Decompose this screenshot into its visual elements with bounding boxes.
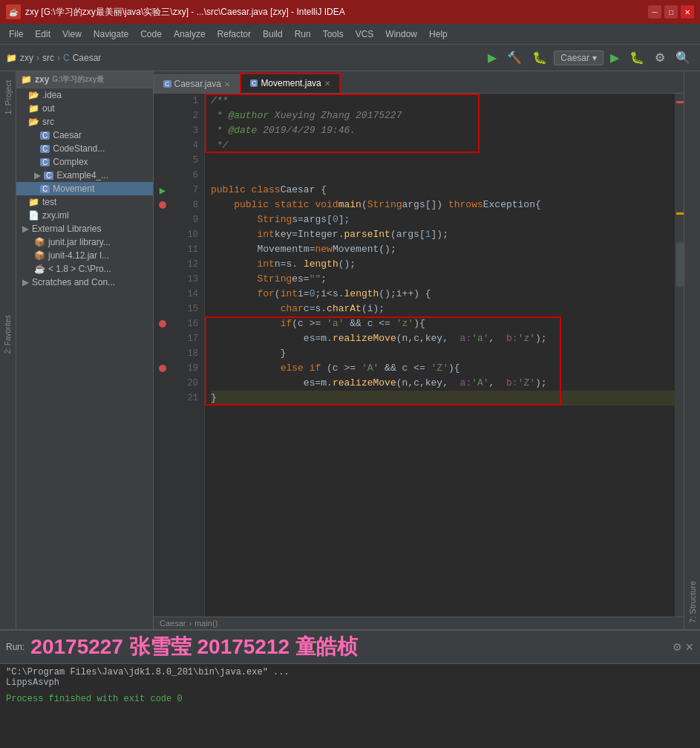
menu-refactor[interactable]: Refactor	[212, 26, 257, 42]
folder-icon-idea: 📂	[28, 90, 39, 100]
menu-navigate[interactable]: Navigate	[88, 26, 134, 42]
right-scrollbar[interactable]	[675, 94, 684, 617]
menu-view[interactable]: View	[56, 26, 88, 42]
folder-icon-out: 📁	[28, 103, 39, 114]
project-panel: 📁 zxy G:\学习的zxy最 📂 .idea 📁 out 📂 s	[16, 71, 154, 629]
gutter-area: ▶	[154, 94, 171, 617]
menu-window[interactable]: Window	[379, 26, 423, 42]
run-close-btn[interactable]: ✕	[685, 641, 694, 653]
tree-item-idea[interactable]: 📂 .idea	[16, 88, 153, 102]
debug-button[interactable]: 🐛	[529, 48, 551, 67]
run-config[interactable]: Caesar ▾	[554, 51, 603, 65]
breakpoint-19[interactable]	[154, 361, 171, 376]
dropdown-icon: ▾	[592, 53, 597, 63]
search-btn[interactable]: 🔍	[672, 48, 694, 67]
code-line-19: else if (c >= 'A' && c <= 'Z'){	[211, 361, 675, 376]
folder-icon: 📁	[6, 53, 17, 63]
run-content: "C:\Program Files\Java\jdk1.8.0_201\bin\…	[0, 664, 700, 748]
run-settings-btn[interactable]: ⚙	[673, 641, 682, 653]
class-icon-movement: C	[40, 185, 50, 193]
run-config-label: Caesar	[560, 53, 589, 63]
expand-icon-scratches: ▶	[22, 277, 29, 287]
run-status: Process finished with exit code 0	[6, 694, 694, 704]
jdk-icon: ☕	[34, 264, 45, 274]
maximize-button[interactable]: □	[664, 5, 678, 19]
code-editor[interactable]: ▶ 1	[154, 94, 684, 617]
debug-btn[interactable]: 🐛	[626, 48, 648, 67]
run-output: LippsAsvph	[6, 677, 694, 688]
run-btn[interactable]: ▶	[606, 48, 623, 67]
expand-icon-extlibs: ▶	[22, 224, 29, 234]
play-button[interactable]: ▶	[484, 48, 500, 67]
code-line-21: }	[211, 391, 675, 406]
code-line-10: int key=Integer.parseInt(args[1]);	[211, 227, 675, 242]
build-button[interactable]: 🔨	[503, 48, 526, 67]
class-icon-codestand: C	[40, 145, 50, 153]
tree-item-caesar[interactable]: C Caesar	[16, 129, 153, 142]
run-header: Run: 20175227 张雪莹 20175212 童皓桢 ⚙ ✕	[0, 631, 700, 664]
menu-analyze[interactable]: Analyze	[168, 26, 212, 42]
tree-label-jdk: < 1.8 > C:\Pro...	[48, 264, 111, 274]
tree-item-movement[interactable]: C Movement	[16, 182, 153, 195]
code-line-2: * @author Xueying Zhang 20175227	[211, 108, 675, 123]
run-cmd: "C:\Program Files\Java\jdk1.8.0_201\bin\…	[6, 667, 694, 677]
menu-run[interactable]: Run	[289, 26, 317, 42]
tree-item-example4[interactable]: ▶ C Example4_...	[16, 169, 153, 182]
tab-movement-icon: C	[250, 79, 258, 87]
menu-edit[interactable]: Edit	[29, 26, 56, 42]
tree-item-out[interactable]: 📁 out	[16, 102, 153, 115]
tree-item-src[interactable]: 📂 src	[16, 115, 153, 129]
tab-movement-close[interactable]: ✕	[324, 79, 330, 88]
run-panel: Run: 20175227 张雪莹 20175212 童皓桢 ⚙ ✕ "C:\P…	[0, 629, 700, 748]
favorites-vtab[interactable]: 2: Favorites	[2, 309, 13, 360]
favorites-panel: 2: Favorites	[0, 297, 16, 371]
run-gutter-7[interactable]: ▶	[154, 183, 171, 198]
tree-item-complex[interactable]: C Complex	[16, 155, 153, 169]
code-line-11: Movement m=new Movement();	[211, 242, 675, 257]
tree-label-extlibs: External Libraries	[32, 224, 101, 234]
tab-movement[interactable]: C Movement.java ✕	[240, 73, 341, 93]
menu-file[interactable]: File	[3, 26, 29, 42]
folder-icon-test: 📁	[28, 197, 39, 207]
folder-icon-src: 📂	[28, 117, 39, 127]
tree-item-test[interactable]: 📁 test	[16, 195, 153, 209]
app-icon: ☕	[6, 4, 21, 19]
tree-label-caesar: Caesar	[53, 130, 82, 140]
menubar: File Edit View Navigate Code Analyze Ref…	[0, 24, 700, 45]
main-layout: 📁 zxy › src › C Caesar ▶ 🔨 🐛 Caesar ▾ ▶ …	[0, 45, 700, 748]
tab-caesar-icon: C	[163, 80, 171, 88]
tab-caesar-close[interactable]: ✕	[224, 80, 230, 88]
project-vtab[interactable]: 1: Project	[2, 74, 14, 120]
tree-item-codestand[interactable]: C CodeStand...	[16, 142, 153, 155]
tree-item-extlibs[interactable]: ▶ External Libraries	[16, 222, 153, 235]
tree-label-scratches: Scratches and Con...	[32, 277, 115, 287]
tree-item-junit412[interactable]: 📦 junit-4.12.jar l...	[16, 249, 153, 262]
code-content[interactable]: /** * @author Xueying Zhang 20175227 * @…	[205, 94, 675, 617]
breakpoint-16[interactable]	[154, 316, 171, 331]
tree-label-junit: junit.jar library...	[48, 237, 111, 247]
tab-caesar[interactable]: C Caesar.java ✕	[154, 74, 240, 93]
line-numbers: 1 2 3 4 5 6 7 8 9 10 11 12 13 14 15 16 1	[171, 94, 205, 617]
close-button[interactable]: ✕	[681, 5, 694, 19]
settings-btn[interactable]: ⚙	[651, 48, 669, 67]
tree-item-iml[interactable]: 📄 zxy.iml	[16, 209, 153, 222]
minimize-button[interactable]: ─	[648, 5, 661, 19]
tree-item-scratches[interactable]: ▶ Scratches and Con...	[16, 276, 153, 289]
menu-vcs[interactable]: VCS	[350, 26, 380, 42]
menu-code[interactable]: Code	[134, 26, 168, 42]
tree-label-codestand: CodeStand...	[53, 143, 105, 154]
structure-vtab[interactable]: 7: Structure	[687, 575, 699, 629]
jar-icon-junit: 📦	[34, 237, 45, 247]
tree-item-jdk[interactable]: ☕ < 1.8 > C:\Pro...	[16, 262, 153, 276]
breakpoint-8[interactable]	[154, 198, 171, 212]
editor-area: C Caesar.java ✕ C Movement.java ✕	[154, 71, 684, 629]
class-icon-caesar: C	[40, 131, 50, 140]
tree-item-junit[interactable]: 📦 junit.jar library...	[16, 235, 153, 249]
menu-help[interactable]: Help	[423, 26, 454, 42]
content-area: 1: Project 📁 zxy G:\学习的zxy最 📂 .idea 📁 ou…	[0, 71, 700, 629]
code-line-9: String s=args[0];	[211, 212, 675, 227]
menu-build[interactable]: Build	[257, 26, 289, 42]
breadcrumb-file: Caesar	[160, 619, 186, 628]
menu-tools[interactable]: Tools	[317, 26, 350, 42]
code-line-6	[211, 168, 675, 183]
